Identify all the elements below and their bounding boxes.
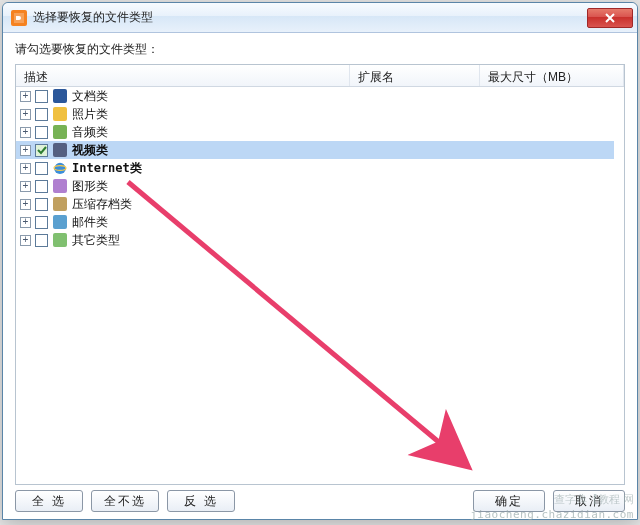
row-audio[interactable]: +音频类 [16, 123, 624, 141]
row-label: 文档类 [72, 88, 108, 105]
expand-icon[interactable]: + [20, 217, 31, 228]
checkbox-archive[interactable] [35, 198, 48, 211]
expand-icon[interactable]: + [20, 91, 31, 102]
doc-icon [52, 88, 68, 104]
col-description[interactable]: 描述 [16, 65, 350, 86]
expand-icon[interactable]: + [20, 181, 31, 192]
checkbox-docs[interactable] [35, 90, 48, 103]
watermark-line2: jiaocheng.chazidian.com [470, 508, 634, 521]
expand-icon[interactable]: + [20, 127, 31, 138]
checkbox-internet[interactable] [35, 162, 48, 175]
row-label: 压缩存档类 [72, 196, 132, 213]
instruction-text: 请勾选要恢复的文件类型： [3, 33, 637, 64]
checkbox-video[interactable] [35, 144, 48, 157]
expand-icon[interactable]: + [20, 145, 31, 156]
row-label: Internet类 [72, 160, 142, 177]
ie-icon [52, 160, 68, 176]
row-mail[interactable]: +邮件类 [16, 213, 624, 231]
row-photos[interactable]: +照片类 [16, 105, 624, 123]
titlebar[interactable]: 选择要恢复的文件类型 [3, 3, 637, 33]
other-icon [52, 232, 68, 248]
row-label: 图形类 [72, 178, 108, 195]
row-other[interactable]: +其它类型 [16, 231, 624, 249]
checkbox-other[interactable] [35, 234, 48, 247]
invert-button[interactable]: 反 选 [167, 490, 235, 512]
zip-icon [52, 196, 68, 212]
expand-icon[interactable]: + [20, 235, 31, 246]
watermark-line1: 查字典【教程 网 [554, 492, 634, 507]
expand-icon[interactable]: + [20, 199, 31, 210]
list-header: 描述 扩展名 最大尺寸（MB） [16, 65, 624, 87]
checkbox-audio[interactable] [35, 126, 48, 139]
video-icon [52, 142, 68, 158]
row-archive[interactable]: +压缩存档类 [16, 195, 624, 213]
col-extension[interactable]: 扩展名 [350, 65, 480, 86]
row-label: 邮件类 [72, 214, 108, 231]
row-graphics[interactable]: +图形类 [16, 177, 624, 195]
checkbox-photos[interactable] [35, 108, 48, 121]
col-maxsize[interactable]: 最大尺寸（MB） [480, 65, 624, 86]
mail-icon [52, 214, 68, 230]
select-none-button[interactable]: 全不选 [91, 490, 159, 512]
checkbox-graphics[interactable] [35, 180, 48, 193]
expand-icon[interactable]: + [20, 163, 31, 174]
row-video[interactable]: +视频类 [16, 141, 614, 159]
photo-icon [52, 106, 68, 122]
row-internet[interactable]: +Internet类 [16, 159, 624, 177]
close-button[interactable] [587, 8, 633, 28]
select-all-button[interactable]: 全 选 [15, 490, 83, 512]
row-label: 照片类 [72, 106, 108, 123]
window-title: 选择要恢复的文件类型 [33, 9, 587, 26]
row-docs[interactable]: +文档类 [16, 87, 624, 105]
expand-icon[interactable]: + [20, 109, 31, 120]
dialog-window: 选择要恢复的文件类型 请勾选要恢复的文件类型： 描述 扩展名 最大尺寸（MB） … [2, 2, 638, 520]
file-type-list: 描述 扩展名 最大尺寸（MB） +文档类+照片类+音频类+视频类+Interne… [15, 64, 625, 485]
gfx-icon [52, 178, 68, 194]
audio-icon [52, 124, 68, 140]
row-label: 其它类型 [72, 232, 120, 249]
list-body: +文档类+照片类+音频类+视频类+Internet类+图形类+压缩存档类+邮件类… [16, 87, 624, 484]
row-label: 音频类 [72, 124, 108, 141]
app-icon [11, 10, 27, 26]
row-label: 视频类 [72, 142, 108, 159]
checkbox-mail[interactable] [35, 216, 48, 229]
